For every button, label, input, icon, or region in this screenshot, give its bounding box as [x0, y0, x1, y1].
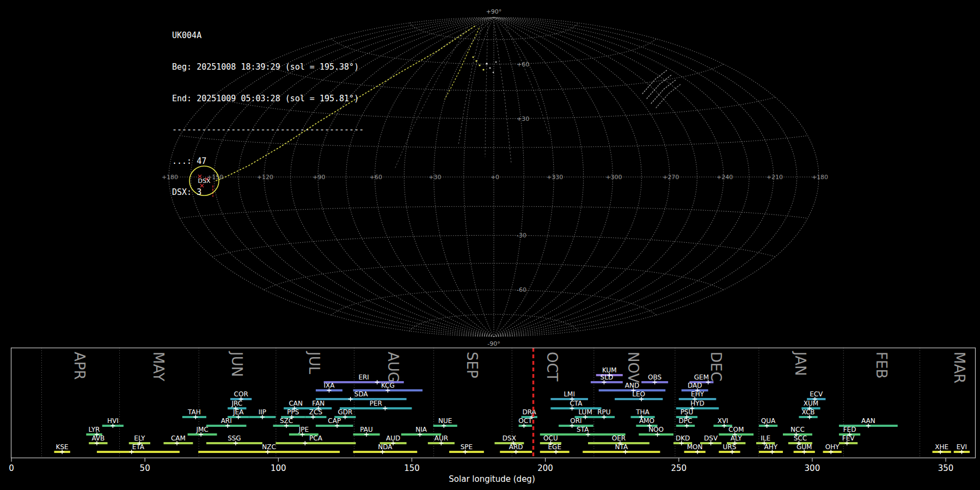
- meteor-trail: [458, 24, 482, 145]
- ra-grid-label: +0: [491, 174, 499, 181]
- shower-label-lyr: LYR: [89, 426, 100, 433]
- shower-label-cap: CAP: [328, 417, 341, 425]
- shower-label-tha: THA: [635, 408, 650, 416]
- shower-label-fan: FAN: [312, 400, 324, 407]
- dec-grid-label: +30: [517, 115, 529, 122]
- info-separator: ---------------------------------------: [172, 125, 364, 135]
- shower-label-noo: NOO: [648, 426, 664, 433]
- month-label-dec: DEC: [708, 352, 724, 382]
- shower-label-scc: SCC: [794, 434, 807, 442]
- shower-label-oer: OER: [612, 434, 626, 442]
- observation-info: UK004A Beg: 20251008 18:39:29 (sol = 195…: [172, 10, 364, 219]
- shower-label-jea: JEA: [232, 408, 244, 416]
- x-axis-tick-label: 0: [9, 463, 14, 473]
- station-id: UK004A: [172, 30, 364, 41]
- shower-label-dkd: DKD: [676, 434, 690, 442]
- shower-label-ssg: SSG: [228, 434, 241, 442]
- shower-label-aan: AAN: [861, 417, 875, 425]
- shower-label-cor: COR: [234, 390, 248, 398]
- shower-label-fed: FED: [843, 426, 856, 433]
- shower-label-fev: FEV: [842, 434, 855, 442]
- ra-grid-label: +180: [812, 174, 828, 181]
- shower-label-lmi: LMI: [564, 390, 575, 398]
- shower-label-cam: CAM: [171, 434, 186, 442]
- shower-label-dra: DRA: [523, 408, 537, 416]
- x-axis-tick-label: 250: [671, 463, 687, 473]
- shower-label-rpu: RPU: [597, 408, 610, 416]
- shower-peak-sda: [348, 397, 353, 401]
- radiant-spot: [482, 69, 484, 70]
- month-label-feb: FEB: [873, 352, 890, 378]
- shower-label-aud: AUD: [386, 434, 400, 442]
- scene-canvas: +180+150+120+90+60+30+0+330+300+270+240+…: [0, 0, 980, 490]
- shower-label-dad: DAD: [688, 382, 702, 389]
- shower-label-obs: OBS: [648, 373, 661, 381]
- shower-label-ahy: AHY: [764, 443, 778, 451]
- shower-label-iip: IIP: [259, 408, 266, 416]
- x-axis-tick-label: 200: [537, 463, 553, 473]
- shower-label-sda: SDA: [354, 390, 369, 398]
- shower-label-jmc: JMC: [195, 426, 208, 433]
- shower-label-nue: NUE: [438, 417, 452, 425]
- south-pole-label: -90°: [487, 340, 500, 347]
- dec-grid-label: +60: [517, 61, 529, 68]
- shower-label-aur: AUR: [434, 434, 448, 442]
- x-axis-tick-label: 300: [805, 463, 820, 473]
- shower-label-xvi: XVI: [718, 417, 728, 425]
- shower-peak-pca: [303, 441, 307, 445]
- shower-label-qua: QUA: [761, 417, 776, 425]
- month-label-jan: JAN: [792, 351, 808, 376]
- radiant-spot: [486, 63, 487, 64]
- shower-peak-per: [383, 406, 387, 411]
- sky-grid-parallel: [332, 39, 657, 64]
- shower-label-leo: LEO: [632, 390, 645, 398]
- radiant-map-screen: +180+150+120+90+60+30+0+330+300+270+240+…: [0, 0, 980, 490]
- shower-label-szc: SZC: [280, 417, 293, 425]
- shower-label-evi: EVI: [957, 443, 967, 451]
- month-label-nov: NOV: [625, 352, 641, 383]
- shower-label-nzc: NZC: [262, 443, 276, 451]
- shower-label-eri: ERI: [358, 373, 369, 381]
- radiant-spot: [479, 64, 480, 66]
- x-axis-tick-label: 50: [140, 463, 150, 473]
- shower-label-hvi: HVI: [107, 417, 119, 425]
- shower-label-mon: MON: [687, 443, 703, 451]
- ra-grid-label: +330: [547, 174, 563, 181]
- shower-label-gem: GEM: [694, 373, 709, 381]
- shower-label-ard: ARD: [509, 443, 523, 451]
- shower-label-xum: XUM: [804, 400, 818, 407]
- x-axis-tick-label: 150: [404, 463, 420, 473]
- shower-label-ecv: ECV: [810, 390, 823, 398]
- shower-label-pps: PPS: [287, 408, 299, 416]
- shower-label-pau: PAU: [360, 426, 372, 433]
- dec-grid-label: -60: [517, 286, 526, 293]
- shower-label-ocu: OCU: [543, 434, 558, 442]
- ra-grid-label: +60: [370, 174, 382, 181]
- month-label-jul: JUL: [306, 351, 322, 375]
- shower-label-dpc: DPC: [679, 417, 693, 425]
- fov-arc: [651, 79, 676, 103]
- fov-arc: [656, 84, 681, 108]
- dec-grid-label: -30: [517, 232, 526, 239]
- shower-label-lum: LUM: [579, 408, 592, 416]
- meteor-trail: [395, 27, 467, 168]
- shower-label-psu: PSU: [681, 408, 694, 416]
- shower-label-amo: AMO: [639, 417, 654, 425]
- shower-label-gdr: GDR: [338, 408, 352, 416]
- shower-label-ohy: OHY: [825, 443, 840, 451]
- shower-label-gum: GUM: [797, 443, 812, 451]
- shower-label-ege: EGE: [548, 443, 561, 451]
- dsx-count: DSX: 3: [172, 187, 364, 198]
- shower-label-dsv: DSV: [704, 434, 718, 442]
- shower-label-jrc: JRC: [231, 400, 242, 407]
- shower-label-per: PER: [370, 400, 382, 407]
- shower-label-ixa: IXA: [323, 382, 335, 389]
- shower-label-cta: CTA: [569, 400, 583, 407]
- month-label-aug: AUG: [385, 352, 401, 383]
- end-time-line: End: 20251009 05:03:28 (sol = 195.81°): [172, 94, 364, 104]
- meteor-trail: [485, 23, 488, 157]
- ra-grid-label: +30: [428, 174, 441, 181]
- ra-grid-label: +240: [716, 174, 733, 181]
- month-label-oct: OCT: [544, 352, 560, 382]
- shower-label-ncc: NCC: [791, 426, 805, 433]
